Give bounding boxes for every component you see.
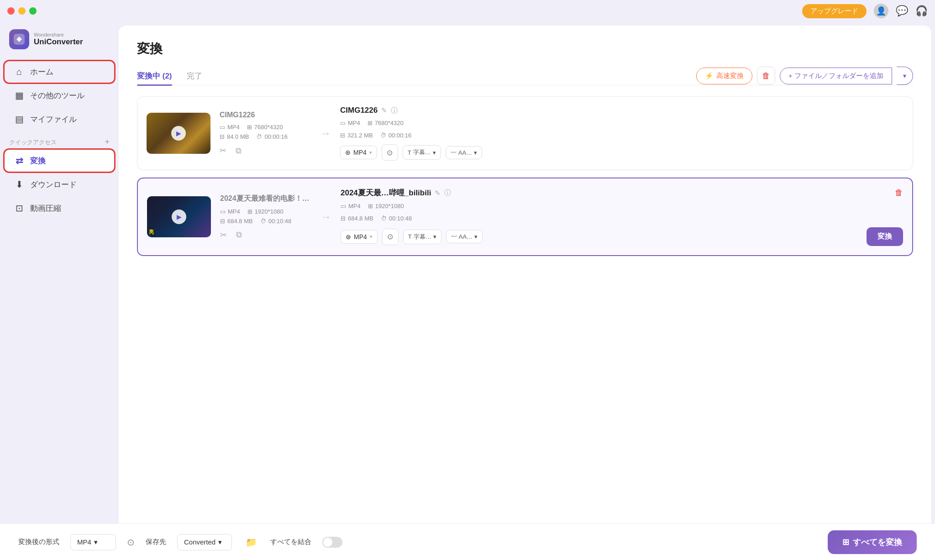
play-button-1[interactable]: ▶ xyxy=(171,126,186,141)
file-format-dst-2: ▭ MP4 xyxy=(341,203,361,209)
edit-icon-2[interactable]: ✎ xyxy=(435,189,441,197)
bottom-bar: 変換後の形式 MP4 ▾ ⊙ 保存先 Converted ▾ 📁 すべてを結合 … xyxy=(0,523,935,560)
file-controls-2: ⊛ MP4 ▾ ⊙ T 字幕… ▾ 〰 AA… xyxy=(341,227,903,246)
sidebar-item-compress[interactable]: ⊡ 動画圧縮 xyxy=(5,197,114,219)
sidebar-item-download[interactable]: ⬇ ダウンロード xyxy=(5,173,114,195)
chevron-down-icon: ▾ xyxy=(433,233,436,240)
delete-card-button-2[interactable]: 🗑 xyxy=(895,188,903,198)
titlebar-right: アップグレード 👤 💬 🎧 xyxy=(802,4,928,18)
fullscreen-button[interactable] xyxy=(29,7,37,15)
add-dropdown-button[interactable]: ▾ xyxy=(897,67,913,85)
info-icon-2[interactable]: ⓘ xyxy=(444,188,451,197)
convert-all-button[interactable]: ⊞ すべてを変換 xyxy=(828,530,917,554)
folder-icon: ⊟ xyxy=(340,132,345,139)
upgrade-button[interactable]: アップグレード xyxy=(802,4,867,18)
merge-label: すべてを結合 xyxy=(270,538,311,546)
target-bottom-icon[interactable]: ⊙ xyxy=(127,537,135,548)
file-thumbnail-1[interactable]: ▶ xyxy=(147,113,210,154)
folder-icon: ⊟ xyxy=(220,218,225,225)
sidebar: Wondershare UniConverter ⌂ ホーム ▦ その他のツール… xyxy=(0,22,119,523)
delete-all-button[interactable]: 🗑 xyxy=(757,67,775,85)
file-info-right-2: 2024夏天最…哔哩_bilibili ✎ ⓘ 🗑 ▭ MP4 ⊞ 1920*1… xyxy=(341,188,903,246)
resolution-icon: ⊞ xyxy=(368,120,373,126)
sidebar-item-my-files[interactable]: ▤ マイファイル xyxy=(5,108,114,130)
audio-label-1: AA… xyxy=(458,149,472,156)
sidebar-item-home[interactable]: ⌂ ホーム xyxy=(5,61,114,83)
cut-button-1[interactable]: ✂ xyxy=(220,146,226,156)
close-button[interactable] xyxy=(7,7,15,15)
target-icon-btn-2[interactable]: ⊙ xyxy=(382,229,399,245)
format-selector-2[interactable]: ⊛ MP4 ▾ xyxy=(341,230,378,244)
file-actions-2: ✂ ⧉ xyxy=(220,230,311,240)
folder-open-button[interactable]: 📁 xyxy=(243,534,259,550)
bottom-format-selector[interactable]: MP4 ▾ xyxy=(70,534,116,550)
avatar[interactable]: 👤 xyxy=(874,4,888,18)
headphones-icon[interactable]: 🎧 xyxy=(915,5,928,17)
file-duration-dst-2: ⏱ 00:10:48 xyxy=(381,215,412,222)
cut-button-2[interactable]: ✂ xyxy=(220,230,227,240)
target-icon-btn-1[interactable]: ⊙ xyxy=(382,144,398,161)
resolution-icon: ⊞ xyxy=(247,208,252,215)
format-icon: ⊛ xyxy=(345,149,351,156)
file-duration-dst-1: ⏱ 00:00:16 xyxy=(380,132,412,139)
format-selector-1[interactable]: ⊛ MP4 ▾ xyxy=(340,146,377,159)
sidebar-item-other-tools[interactable]: ▦ その他のツール xyxy=(5,84,114,106)
subtitle-button-2[interactable]: T 字幕… ▾ xyxy=(403,230,441,244)
tab-converting[interactable]: 変換中 (2) xyxy=(137,67,172,85)
file-format-src-2: ▭ MP4 xyxy=(220,208,240,215)
subtitle-button-1[interactable]: T 字幕… ▾ xyxy=(403,145,441,160)
play-button-2[interactable]: ▶ xyxy=(172,209,186,224)
chat-icon[interactable]: 💬 xyxy=(896,5,908,17)
copy-button-2[interactable]: ⧉ xyxy=(236,230,242,240)
file-meta-dst-detail-2: ⊟ 684.8 MB ⏱ 00:10:48 xyxy=(341,215,903,222)
arrow-divider-1: → xyxy=(320,127,331,140)
bottom-save-selector[interactable]: Converted ▾ xyxy=(177,534,232,550)
quick-access-add-button[interactable]: + xyxy=(105,137,110,147)
tabs-bar: 変換中 (2) 完了 ⚡ 高速変換 🗑 + ファイル／フォルダーを追加 ▾ xyxy=(137,67,913,85)
file-format-dst-1: ▭ MP4 xyxy=(340,120,360,126)
convert-icon: ⇄ xyxy=(14,155,25,166)
clock-icon: ⏱ xyxy=(260,218,266,225)
format-value-1: MP4 xyxy=(353,149,367,156)
file-info-left-2: 2024夏天最难看的电影！《… ▭ MP4 ⊞ 1920*1080 xyxy=(220,194,311,240)
audio-button-2[interactable]: 〰 AA… ▾ xyxy=(446,230,483,243)
file-size-src-1: ⊟ 84.0 MB xyxy=(220,133,249,140)
tab-done[interactable]: 完了 xyxy=(187,67,202,85)
sidebar-logo: Wondershare UniConverter xyxy=(0,29,119,60)
audio-button-1[interactable]: 〰 AA… ▾ xyxy=(446,146,482,159)
trash-icon: 🗑 xyxy=(762,71,770,81)
edit-icon-1[interactable]: ✎ xyxy=(381,106,387,115)
chevron-down-icon: ▾ xyxy=(369,150,372,156)
file-info-right-1: CIMG1226 ✎ ⓘ ▭ MP4 ⊞ 7680*4320 xyxy=(340,106,903,161)
file-thumbnail-2[interactable]: ▶ 亮 xyxy=(147,196,211,237)
file-duration-src-2: ⏱ 00:10:48 xyxy=(260,218,292,225)
sidebar-item-label: マイファイル xyxy=(30,114,77,125)
merge-toggle[interactable] xyxy=(322,537,342,548)
file-meta-src-2: ▭ MP4 ⊞ 1920*1080 xyxy=(220,208,311,215)
file-meta-src-detail-1: ⊟ 84.0 MB ⏱ 00:00:16 xyxy=(220,133,311,140)
file-card-2: ▶ 亮 2024夏天最难看的电影！《… ▭ MP4 ⊞ 1920*1080 xyxy=(137,178,913,256)
resolution-icon: ⊞ xyxy=(247,124,252,131)
arrow-divider-2: → xyxy=(320,210,331,223)
file-resolution-dst-2: ⊞ 1920*1080 xyxy=(368,203,404,209)
logo-text: Wondershare UniConverter xyxy=(34,32,83,47)
logo-icon xyxy=(9,29,29,49)
copy-button-1[interactable]: ⧉ xyxy=(236,146,242,156)
file-name-right-row-2: 2024夏天最…哔哩_bilibili ✎ ⓘ 🗑 xyxy=(341,188,903,198)
folder-icon: ⊟ xyxy=(220,133,225,140)
chevron-down-icon: ▾ xyxy=(370,234,373,240)
info-icon-1[interactable]: ⓘ xyxy=(391,106,398,115)
convert-all-icon: ⊞ xyxy=(842,537,849,547)
file-resolution-src-1: ⊞ 7680*4320 xyxy=(247,124,283,131)
page-title: 変換 xyxy=(137,40,913,58)
convert-single-button-2[interactable]: 変換 xyxy=(867,227,903,246)
format-label: 変換後の形式 xyxy=(18,538,59,546)
add-file-button[interactable]: + ファイル／フォルダーを追加 xyxy=(780,68,892,84)
fast-convert-button[interactable]: ⚡ 高速変換 xyxy=(696,68,752,84)
sidebar-item-label: ダウンロード xyxy=(30,179,77,190)
file-name-right-row-1: CIMG1226 ✎ ⓘ xyxy=(340,106,903,115)
sidebar-item-convert[interactable]: ⇄ 変換 xyxy=(5,150,114,172)
tools-icon: ▦ xyxy=(14,90,25,101)
minimize-button[interactable] xyxy=(18,7,26,15)
file-name-left-2: 2024夏天最难看的电影！《… xyxy=(220,194,311,204)
